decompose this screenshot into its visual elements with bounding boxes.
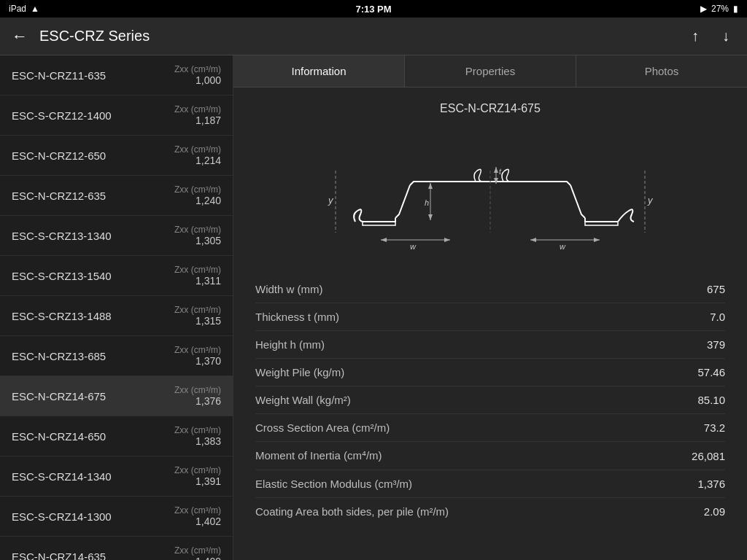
list-item[interactable]: ESC-S-CRZ13-1488 Zxx (cm³/m) 1,315 [0, 296, 233, 336]
list-item-name: ESC-S-CRZ13-1488 [12, 310, 112, 322]
list-item-value: Zxx (cm³/m) 1,409 [174, 545, 221, 560]
list-item-value: Zxx (cm³/m) 1,240 [174, 184, 221, 206]
list-item-val: 1,311 [174, 275, 221, 287]
list-item-unit: Zxx (cm³/m) [174, 104, 221, 114]
list-item-value: Zxx (cm³/m) 1,370 [174, 345, 221, 367]
list-item-value: Zxx (cm³/m) 1,187 [174, 104, 221, 126]
list-item-name: ESC-N-CRZ11-635 [12, 69, 106, 82]
list-item-unit: Zxx (cm³/m) [174, 465, 221, 475]
prop-label: Cross Section Area (cm²/m) [255, 421, 390, 434]
prop-value: 2.09 [704, 505, 725, 518]
prop-row: Thickness t (mm) 7.0 [255, 303, 725, 331]
wifi-icon: ▲ [31, 4, 39, 14]
list-item-name: ESC-N-CRZ14-635 [12, 551, 106, 561]
detail-panel: ESC-N-CRZ14-675 y y [233, 88, 747, 560]
up-button[interactable]: ↑ [686, 25, 705, 47]
list-item-val: 1,370 [174, 355, 221, 367]
list-item-val: 1,391 [174, 475, 221, 487]
status-bar: iPad ▲ 7:13 PM ▶ 27% ▮ [0, 0, 747, 18]
list-item-val: 1,240 [174, 195, 221, 206]
back-button[interactable]: ← [12, 27, 28, 46]
ipad-label: iPad [9, 4, 26, 14]
list-item-name: ESC-N-CRZ14-675 [12, 390, 106, 402]
prop-label: Thickness t (mm) [255, 311, 339, 323]
signal-icon: ▶ [700, 4, 707, 14]
sidebar: ESC-N-CRZ11-635 Zxx (cm³/m) 1,000 ESC-S-… [0, 55, 233, 560]
list-item-val: 1,000 [174, 74, 221, 86]
header-actions: ↑ ↓ [686, 25, 735, 47]
list-item[interactable]: ESC-N-CRZ14-650 Zxx (cm³/m) 1,383 [0, 416, 233, 456]
list-item[interactable]: ESC-N-CRZ14-635 Zxx (cm³/m) 1,409 [0, 537, 233, 560]
tab-photos[interactable]: Photos [576, 55, 747, 87]
prop-label: Height h (mm) [255, 338, 325, 351]
list-item[interactable]: ESC-N-CRZ14-675 Zxx (cm³/m) 1,376 [0, 376, 233, 416]
list-item[interactable]: ESC-S-CRZ12-1400 Zxx (cm³/m) 1,187 [0, 96, 233, 136]
prop-value: 675 [707, 283, 725, 295]
list-item[interactable]: ESC-N-CRZ12-635 Zxx (cm³/m) 1,240 [0, 176, 233, 216]
list-item-name: ESC-N-CRZ12-635 [12, 190, 106, 202]
tab-information[interactable]: Information [233, 55, 405, 87]
list-item-unit: Zxx (cm³/m) [174, 345, 221, 355]
prop-label: Moment of Inertia (cm⁴/m) [255, 449, 382, 462]
list-item-val: 1,409 [174, 556, 221, 560]
prop-value: 379 [707, 338, 725, 351]
prop-value: 85.10 [697, 394, 725, 406]
list-item-val: 1,214 [174, 155, 221, 166]
status-time: 7:13 PM [355, 4, 391, 15]
tab-properties[interactable]: Properties [405, 55, 576, 87]
content-area: InformationPropertiesPhotos ESC-N-CRZ14-… [233, 55, 747, 560]
prop-label: Width w (mm) [255, 283, 323, 295]
list-item-val: 1,305 [174, 235, 221, 246]
list-item[interactable]: ESC-N-CRZ12-650 Zxx (cm³/m) 1,214 [0, 136, 233, 176]
list-item-val: 1,402 [174, 516, 221, 527]
prop-label: Weight Wall (kg/m²) [255, 394, 351, 406]
tab-bar: InformationPropertiesPhotos [233, 55, 747, 88]
prop-row: Weight Wall (kg/m²) 85.10 [255, 386, 725, 414]
list-item[interactable]: ESC-S-CRZ14-1340 Zxx (cm³/m) 1,391 [0, 456, 233, 497]
list-item-name: ESC-S-CRZ13-1540 [12, 270, 112, 282]
list-item-val: 1,383 [174, 435, 221, 447]
list-item-name: ESC-N-CRZ13-685 [12, 350, 106, 362]
list-item-value: Zxx (cm³/m) 1,305 [174, 225, 221, 246]
status-right: ▶ 27% ▮ [700, 4, 738, 14]
list-item-unit: Zxx (cm³/m) [174, 225, 221, 235]
list-item-value: Zxx (cm³/m) 1,000 [174, 64, 221, 86]
svg-text:w: w [560, 242, 566, 251]
svg-text:w: w [410, 242, 417, 251]
list-item-name: ESC-S-CRZ14-1300 [12, 510, 112, 523]
list-item-unit: Zxx (cm³/m) [174, 505, 221, 516]
list-item-value: Zxx (cm³/m) 1,214 [174, 144, 221, 166]
prop-value: 57.46 [697, 366, 725, 378]
list-item[interactable]: ESC-S-CRZ14-1300 Zxx (cm³/m) 1,402 [0, 497, 233, 537]
header: ← ESC-CRZ Series ↑ ↓ [0, 18, 747, 55]
prop-value: 73.2 [704, 421, 725, 434]
prop-label: Elastic Section Modulus (cm³/m) [255, 478, 412, 490]
cross-section-diagram: y y [255, 127, 725, 258]
list-item-val: 1,376 [174, 395, 221, 407]
header-title: ESC-CRZ Series [39, 28, 686, 44]
down-button[interactable]: ↓ [716, 25, 735, 47]
prop-label: Coating Area both sides, per pile (m²/m) [255, 505, 449, 518]
list-item-name: ESC-S-CRZ14-1340 [12, 470, 112, 483]
svg-text:h: h [425, 198, 429, 207]
list-item-value: Zxx (cm³/m) 1,383 [174, 425, 221, 447]
status-left: iPad ▲ [9, 4, 39, 14]
properties-table: Width w (mm) 675 Thickness t (mm) 7.0 He… [255, 276, 725, 525]
list-item-name: ESC-N-CRZ12-650 [12, 149, 106, 162]
prop-row: Cross Section Area (cm²/m) 73.2 [255, 414, 725, 442]
list-item-unit: Zxx (cm³/m) [174, 64, 221, 74]
prop-row: Height h (mm) 379 [255, 331, 725, 359]
list-item-unit: Zxx (cm³/m) [174, 545, 221, 556]
list-item[interactable]: ESC-S-CRZ13-1540 Zxx (cm³/m) 1,311 [0, 256, 233, 296]
prop-value: 7.0 [710, 311, 725, 323]
list-item-name: ESC-S-CRZ12-1400 [12, 109, 112, 122]
list-item[interactable]: ESC-S-CRZ13-1340 Zxx (cm³/m) 1,305 [0, 216, 233, 256]
list-item[interactable]: ESC-N-CRZ13-685 Zxx (cm³/m) 1,370 [0, 336, 233, 376]
prop-value: 26,081 [692, 450, 725, 462]
list-item-val: 1,187 [174, 114, 221, 126]
prop-value: 1,376 [697, 478, 725, 490]
list-item[interactable]: ESC-N-CRZ11-635 Zxx (cm³/m) 1,000 [0, 55, 233, 96]
list-item-value: Zxx (cm³/m) 1,391 [174, 465, 221, 487]
list-item-value: Zxx (cm³/m) 1,315 [174, 305, 221, 327]
list-item-value: Zxx (cm³/m) 1,376 [174, 385, 221, 407]
